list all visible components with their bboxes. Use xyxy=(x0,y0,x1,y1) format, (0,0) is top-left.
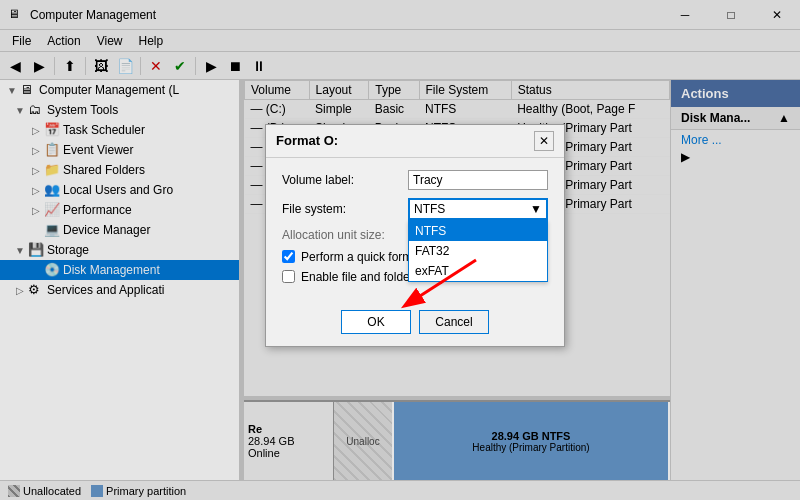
option-exfat[interactable]: exFAT xyxy=(409,261,547,281)
quick-format-checkbox[interactable] xyxy=(282,250,295,263)
quick-format-label: Perform a quick format xyxy=(301,250,422,264)
format-dialog: Format O: ✕ Volume label: File system: N… xyxy=(265,124,565,347)
filesystem-label: File system: xyxy=(282,202,408,216)
modal-footer: OK Cancel xyxy=(266,302,564,346)
modal-title-bar: Format O: ✕ xyxy=(266,125,564,158)
compression-checkbox[interactable] xyxy=(282,270,295,283)
modal-overlay: Format O: ✕ Volume label: File system: N… xyxy=(0,0,800,500)
cancel-button[interactable]: Cancel xyxy=(419,310,489,334)
option-fat32[interactable]: FAT32 xyxy=(409,241,547,261)
filesystem-select-wrapper: NTFS ▼ NTFS FAT32 exFAT xyxy=(408,198,548,220)
filesystem-value: NTFS xyxy=(414,202,445,216)
volume-label-text: Volume label: xyxy=(282,173,408,187)
ok-button[interactable]: OK xyxy=(341,310,411,334)
volume-label-row: Volume label: xyxy=(282,170,548,190)
alloc-label: Allocation unit size: xyxy=(282,228,412,242)
modal-body: Volume label: File system: NTFS ▼ NTFS F… xyxy=(266,158,564,302)
modal-close-button[interactable]: ✕ xyxy=(534,131,554,151)
filesystem-dropdown-arrow: ▼ xyxy=(530,202,542,216)
filesystem-row: File system: NTFS ▼ NTFS FAT32 exFAT xyxy=(282,198,548,220)
option-ntfs[interactable]: NTFS xyxy=(409,221,547,241)
filesystem-select-display[interactable]: NTFS ▼ xyxy=(408,198,548,220)
volume-label-input[interactable] xyxy=(408,170,548,190)
modal-title-text: Format O: xyxy=(276,133,338,148)
filesystem-dropdown: NTFS FAT32 exFAT xyxy=(408,220,548,282)
